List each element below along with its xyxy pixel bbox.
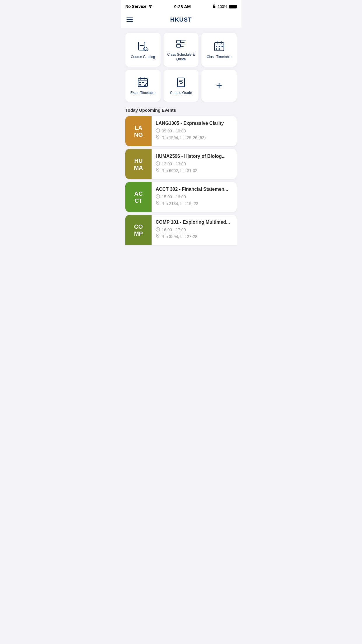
event-info-lang: LANG1005 - Expressive Clarity 09:00 - 10… <box>152 116 237 146</box>
course-grade-button[interactable]: Course Grade <box>164 70 199 102</box>
menu-button[interactable] <box>125 16 134 23</box>
location-icon <box>156 168 160 173</box>
event-title-lang: LANG1005 - Expressive Clarity <box>156 121 233 126</box>
carrier-label: No Service <box>125 4 146 9</box>
event-location-huma: Rm 6602, Lift 31-32 <box>156 168 233 173</box>
svg-rect-26 <box>139 82 141 83</box>
class-timetable-button[interactable]: Class Timetable <box>201 33 237 67</box>
event-location-text-comp: Rm 3594, Lift 27-28 <box>161 234 197 239</box>
event-badge-huma: HUMA <box>125 149 152 179</box>
event-info-acct: ACCT 302 - Financial Statemen... 15:00 -… <box>152 182 237 212</box>
event-time-huma: 12:00 - 13:00 <box>156 161 233 167</box>
app-title: HKUST <box>170 16 192 23</box>
plus-icon: + <box>216 80 222 91</box>
svg-rect-18 <box>219 46 220 47</box>
event-time-lang: 09:00 - 10:00 <box>156 128 233 134</box>
event-time-text-comp: 16:00 - 17:00 <box>162 228 186 232</box>
event-location-acct: Rm 2134, Lift 19, 22 <box>156 201 233 206</box>
svg-rect-7 <box>177 40 180 43</box>
course-catalog-button[interactable]: Course Catalog <box>125 33 161 67</box>
class-timetable-icon <box>213 40 225 52</box>
event-card-lang[interactable]: LANG LANG1005 - Expressive Clarity 09:00… <box>125 116 237 146</box>
class-schedule-quota-button[interactable]: Class Schedule & Quota <box>164 33 199 67</box>
battery-icon <box>229 5 237 8</box>
event-badge-text-comp: COMP <box>134 223 143 237</box>
menu-icon <box>126 21 133 22</box>
svg-rect-0 <box>213 6 215 8</box>
time-label: 9:28 AM <box>174 4 191 9</box>
event-info-huma: HUMA2596 - History of Biolog... 12:00 - … <box>152 149 237 179</box>
event-location-text-lang: Rm 1504, Lift 25-26 (52) <box>161 135 206 140</box>
location-icon <box>156 201 160 206</box>
add-widget-button[interactable]: + <box>201 70 237 102</box>
status-left: No Service <box>125 4 153 9</box>
menu-icon <box>126 18 133 18</box>
menu-icon <box>126 19 133 20</box>
svg-rect-19 <box>222 46 223 47</box>
svg-rect-8 <box>177 44 180 47</box>
clock-icon <box>156 227 160 232</box>
event-time-text-lang: 09:00 - 10:00 <box>162 129 186 133</box>
main-content: Course Catalog Class Schedule & Quota <box>121 28 241 250</box>
today-events-header: Today Upcoming Events <box>125 108 237 113</box>
location-icon <box>156 135 160 140</box>
svg-rect-28 <box>139 84 141 85</box>
exam-timetable-icon <box>137 76 149 88</box>
status-right: 100% <box>212 4 237 9</box>
svg-point-39 <box>157 202 158 203</box>
events-list: LANG LANG1005 - Expressive Clarity 09:00… <box>125 116 237 245</box>
event-time-comp: 16:00 - 17:00 <box>156 227 233 232</box>
event-card-comp[interactable]: COMP COMP 101 - Exploring Multimed... 16… <box>125 215 237 245</box>
wifi-icon <box>148 4 153 9</box>
event-badge-comp: COMP <box>125 215 152 245</box>
event-card-huma[interactable]: HUMA HUMA2596 - History of Biolog... 12:… <box>125 149 237 179</box>
event-badge-acct: ACCT <box>125 182 152 212</box>
class-schedule-icon <box>175 38 187 50</box>
event-title-huma: HUMA2596 - History of Biolog... <box>156 154 233 159</box>
clock-icon <box>156 128 160 134</box>
svg-rect-20 <box>216 48 217 50</box>
svg-point-35 <box>157 136 158 137</box>
svg-point-41 <box>157 235 158 236</box>
svg-point-37 <box>157 169 158 170</box>
clock-icon <box>156 161 160 167</box>
class-schedule-quota-label: Class Schedule & Quota <box>166 52 196 62</box>
exam-timetable-label: Exam Timetable <box>130 91 155 95</box>
event-badge-text-acct: ACCT <box>134 190 143 204</box>
event-title-acct: ACCT 302 - Financial Statemen... <box>156 187 233 192</box>
event-badge-text-huma: HUMA <box>134 157 143 171</box>
app-header: HKUST <box>121 13 241 28</box>
event-badge-text-lang: LANG <box>134 124 143 138</box>
event-card-acct[interactable]: ACCT ACCT 302 - Financial Statemen... 15… <box>125 182 237 212</box>
svg-rect-17 <box>216 46 217 47</box>
event-location-text-huma: Rm 6602, Lift 31-32 <box>161 168 197 173</box>
clock-icon <box>156 194 160 200</box>
event-location-lang: Rm 1504, Lift 25-26 (52) <box>156 135 233 140</box>
event-location-comp: Rm 3594, Lift 27-28 <box>156 234 233 239</box>
svg-line-6 <box>147 50 148 51</box>
exam-timetable-button[interactable]: Exam Timetable <box>125 70 161 102</box>
event-time-text-acct: 15:00 - 16:00 <box>162 195 186 199</box>
class-timetable-label: Class Timetable <box>207 55 231 60</box>
lock-icon <box>212 4 216 9</box>
course-catalog-label: Course Catalog <box>131 55 155 60</box>
event-info-comp: COMP 101 - Exploring Multimed... 16:00 -… <box>152 215 237 245</box>
course-catalog-icon <box>137 40 149 52</box>
event-title-comp: COMP 101 - Exploring Multimed... <box>156 220 233 225</box>
feature-grid-row2: Exam Timetable Course Grade + <box>125 70 237 102</box>
event-location-text-acct: Rm 2134, Lift 19, 22 <box>161 201 198 206</box>
location-icon <box>156 234 160 239</box>
event-time-acct: 15:00 - 16:00 <box>156 194 233 200</box>
feature-grid-row1: Course Catalog Class Schedule & Quota <box>125 33 237 67</box>
svg-rect-27 <box>142 82 144 83</box>
course-grade-label: Course Grade <box>170 91 192 95</box>
svg-rect-21 <box>219 48 220 50</box>
event-time-text-huma: 12:00 - 13:00 <box>162 162 186 166</box>
battery-percent: 100% <box>218 4 227 9</box>
course-grade-icon <box>175 76 187 88</box>
event-badge-lang: LANG <box>125 116 152 146</box>
status-bar: No Service 9:28 AM 100% <box>121 0 241 13</box>
